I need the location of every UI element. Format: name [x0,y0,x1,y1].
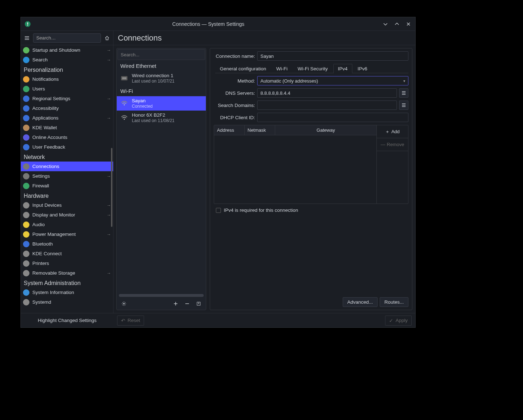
chevron-right-icon: → [107,174,111,179]
sidebar-item-removable-storage[interactable]: Removable Storage→ [21,268,113,278]
routes-body[interactable] [214,135,376,204]
configure-button[interactable] [120,300,128,307]
section-heading: Personalization [21,65,113,74]
sidebar-search-input[interactable]: Search… [33,33,101,43]
svg-point-7 [123,303,125,304]
sidebar-item-system-information[interactable]: System Information [21,288,113,297]
tab-ipv6[interactable]: IPv6 [353,64,372,73]
sidebar-item-display-and-monitor[interactable]: Display and Monitor→ [21,210,113,220]
svg-point-6 [124,119,125,120]
connections-list: Search... Wired Ethernet Wired connectio… [116,48,206,310]
svg-rect-4 [122,77,126,79]
dhcp-client-id-label: DHCP Client ID: [214,115,255,120]
plus-icon: ＋ [385,129,390,135]
page-title: Connections [114,31,415,45]
remove-connection-button[interactable] [184,300,191,307]
sidebar-item-audio[interactable]: Audio [21,220,113,229]
footer: Highlight Changed Settings ↶ Reset ✓ App… [21,313,415,327]
app-icon [24,21,31,27]
highlight-changed-button[interactable]: Highlight Changed Settings [21,318,114,323]
sidebar-item-firewall[interactable]: Firewall [21,181,113,191]
wifi-icon [120,114,128,122]
ipv4-required-checkbox[interactable] [216,208,221,213]
remove-route-button: — Remove [377,138,408,151]
sidebar-item-accessibility[interactable]: Accessibility [21,103,113,113]
ipv4-required-label: IPv4 is required for this connection [224,207,298,213]
minimize-button[interactable] [382,21,389,27]
advanced-button[interactable]: Advanced... [343,297,378,307]
method-label: Method: [214,78,255,84]
eth-icon [120,74,128,82]
chevron-right-icon: → [107,213,111,218]
method-select[interactable]: Automatic (Only addresses) ▾ [257,76,408,85]
connection-name-input[interactable] [257,51,408,61]
svg-rect-1 [27,22,28,24]
dns-edit-button[interactable] [399,88,408,98]
sidebar-item-regional-settings[interactable]: Regional Settings→ [21,94,113,103]
chevron-right-icon: → [107,203,111,208]
sidebar-item-kde-connect[interactable]: KDE Connect [21,249,113,258]
svg-point-2 [27,24,28,25]
search-domains-input[interactable] [257,101,397,110]
sidebar-item-user-feedback[interactable]: User Feedback [21,142,113,152]
sidebar-item-applications[interactable]: Applications→ [21,113,113,123]
sidebar: Search… Startup and Shutdown→Search→Pers… [21,31,114,313]
connection-item[interactable]: Sayan Connected [117,96,206,111]
sidebar-item-systemd[interactable]: Systemd [21,297,113,307]
titlebar: Connections — System Settings [21,17,415,31]
section-heading: Network [21,152,113,162]
sidebar-item-power-management[interactable]: Power Management→ [21,229,113,239]
chevron-right-icon: → [107,116,111,121]
add-connection-button[interactable] [172,300,179,307]
home-button[interactable] [103,34,111,42]
hamburger-button[interactable] [23,34,31,42]
dns-servers-input[interactable] [257,88,397,98]
scrollbar-thumb[interactable] [111,148,112,227]
sidebar-item-printers[interactable]: Printers [21,258,113,268]
settings-window: Connections — System Settings Search… St… [20,17,416,328]
close-button[interactable] [405,21,412,27]
reset-button: ↶ Reset [117,316,144,326]
add-route-button[interactable]: ＋ Add [377,125,408,138]
routes-button[interactable]: Routes... [380,297,408,307]
sidebar-item-connections[interactable]: Connections [21,162,113,171]
sidebar-item-bluetooth[interactable]: Bluetooth [21,239,113,249]
window-controls [382,21,412,27]
main-panel: Connections Search... Wired Ethernet Wir… [114,31,415,313]
connections-search-input[interactable]: Search... [117,49,205,60]
section-heading: Hardware [21,191,113,200]
tab-wi-fi[interactable]: Wi-Fi [272,64,292,73]
sidebar-nav: Startup and Shutdown→Search→Personalizat… [21,45,113,313]
connection-item[interactable]: Honor 6X B2F2 Last used on 11/08/21 [117,111,206,125]
routes-header: Address Netmask Gateway [214,125,376,135]
search-edit-button[interactable] [399,101,408,110]
sidebar-item-online-accounts[interactable]: Online Accounts [21,132,113,142]
tab-ipv4[interactable]: IPv4 [333,64,352,73]
dhcp-client-id-input[interactable] [257,113,408,122]
undo-icon: ↶ [121,318,125,323]
chevron-right-icon: → [107,96,111,101]
connection-group-heading: Wi-Fi [117,86,206,96]
window-body: Search… Startup and Shutdown→Search→Pers… [21,31,415,313]
list-scrollbar[interactable] [119,294,204,297]
sidebar-item-startup-and-shutdown[interactable]: Startup and Shutdown→ [21,45,113,55]
dns-servers-label: DNS Servers: [214,90,255,96]
chevron-down-icon: ▾ [403,79,405,83]
wifi-icon [120,99,128,107]
sidebar-item-settings[interactable]: Settings→ [21,171,113,181]
export-connection-button[interactable] [195,300,202,307]
col-address: Address [214,125,245,135]
minus-icon: — [381,142,385,147]
sidebar-item-input-devices[interactable]: Input Devices→ [21,200,113,210]
svg-point-5 [124,104,125,105]
connection-name-label: Connection name: [214,53,255,59]
sidebar-item-search[interactable]: Search→ [21,55,113,65]
sidebar-item-notifications[interactable]: Notifications [21,74,113,84]
sidebar-item-users[interactable]: Users [21,84,113,94]
sidebar-item-kde-wallet[interactable]: KDE Wallet [21,123,113,132]
maximize-button[interactable] [394,21,400,27]
tab-wi-fi-security[interactable]: Wi-Fi Security [293,64,333,73]
search-domains-label: Search Domains: [214,103,255,108]
connection-item[interactable]: Wired connection 1 Last used on 10/07/21 [117,71,206,86]
tab-general-configuration[interactable]: General configuration [215,64,271,73]
